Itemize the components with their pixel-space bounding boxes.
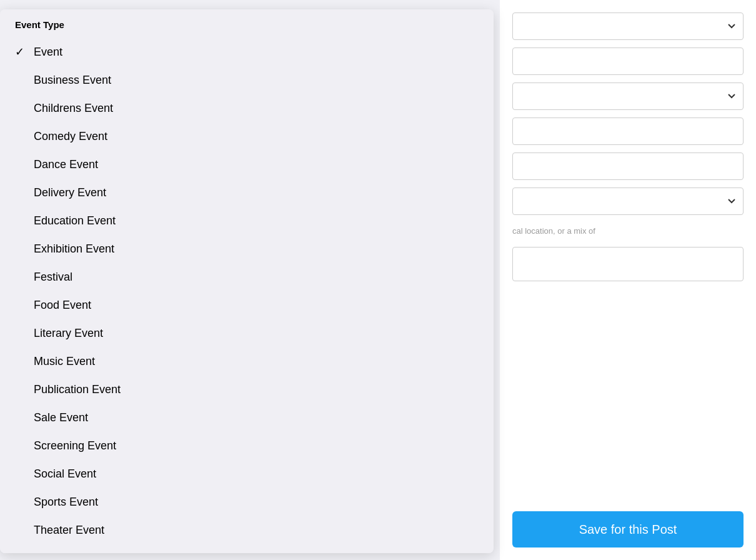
dropdown-item-label: Childrens Event — [34, 102, 113, 115]
event-type-select[interactable] — [512, 12, 744, 40]
checkmark-icon: ✓ — [15, 45, 27, 59]
select-2[interactable] — [512, 82, 744, 110]
location-hint: cal location, or a mix of — [512, 222, 744, 239]
location-textarea[interactable] — [512, 247, 744, 281]
dropdown-item-visual-arts-event[interactable]: Visual Arts Event — [0, 544, 494, 553]
dropdown-item-label: Music Event — [34, 355, 95, 368]
select-3[interactable] — [512, 188, 744, 215]
dropdown-item-sports-event[interactable]: Sports Event — [0, 488, 494, 516]
dropdown-item-label: Business Event — [34, 74, 111, 87]
dropdown-item-business-event[interactable]: Business Event — [0, 66, 494, 94]
dropdown-item-label: Social Event — [34, 468, 96, 481]
field-location — [512, 247, 744, 284]
text-input-1[interactable] — [512, 48, 744, 75]
dropdown-item-delivery-event[interactable]: Delivery Event — [0, 179, 494, 207]
dropdown-item-label: Literary Event — [34, 327, 103, 340]
dropdown-item-label: Food Event — [34, 299, 91, 312]
event-type-dropdown: Event Type ✓EventBusiness EventChildrens… — [0, 9, 494, 553]
field-input-2 — [512, 118, 744, 145]
dropdown-item-event[interactable]: ✓Event — [0, 38, 494, 66]
dropdown-item-childrens-event[interactable]: Childrens Event — [0, 94, 494, 122]
dropdown-item-label: Publication Event — [34, 383, 121, 396]
field-input-3 — [512, 152, 744, 180]
dropdown-item-education-event[interactable]: Education Event — [0, 207, 494, 235]
text-input-3[interactable] — [512, 152, 744, 180]
dropdown-item-screening-event[interactable]: Screening Event — [0, 432, 494, 460]
dropdown-item-label: Sale Event — [34, 411, 88, 424]
dropdown-item-comedy-event[interactable]: Comedy Event — [0, 122, 494, 151]
field-select-3 — [512, 188, 744, 215]
dropdown-item-label: Sports Event — [34, 496, 98, 509]
dropdown-item-food-event[interactable]: Food Event — [0, 291, 494, 319]
dropdown-item-label: Dance Event — [34, 158, 98, 171]
dropdown-item-label: Festival — [34, 271, 72, 284]
dropdown-item-literary-event[interactable]: Literary Event — [0, 319, 494, 348]
dropdown-item-dance-event[interactable]: Dance Event — [0, 151, 494, 179]
dropdown-item-music-event[interactable]: Music Event — [0, 348, 494, 376]
dropdown-item-sale-event[interactable]: Sale Event — [0, 404, 494, 432]
dropdown-item-label: Visual Arts Event — [34, 552, 119, 553]
dropdown-item-theater-event[interactable]: Theater Event — [0, 516, 494, 544]
dropdown-item-label: Delivery Event — [34, 186, 106, 199]
dropdown-item-exhibition-event[interactable]: Exhibition Event — [0, 235, 494, 263]
field-select-1 — [512, 12, 744, 40]
dropdown-item-label: Exhibition Event — [34, 242, 114, 256]
dropdown-item-festival[interactable]: Festival — [0, 263, 494, 291]
dropdown-item-label: Screening Event — [34, 439, 116, 452]
dropdown-item-label: Theater Event — [34, 524, 104, 537]
dropdown-item-social-event[interactable]: Social Event — [0, 460, 494, 488]
dropdown-item-label: Education Event — [34, 214, 116, 228]
dropdown-list: ✓EventBusiness EventChildrens EventComed… — [0, 38, 494, 553]
field-input-1 — [512, 48, 744, 75]
text-input-2[interactable] — [512, 118, 744, 145]
dropdown-item-label: Comedy Event — [34, 130, 107, 143]
page-container: Event Type ✓EventBusiness EventChildrens… — [0, 0, 756, 560]
dropdown-header: Event Type — [0, 14, 494, 38]
dropdown-item-publication-event[interactable]: Publication Event — [0, 376, 494, 404]
dropdown-item-label: Event — [34, 46, 62, 59]
right-panel: cal location, or a mix of Save for this … — [500, 0, 756, 560]
field-select-2 — [512, 82, 744, 110]
save-for-post-button[interactable]: Save for this Post — [512, 511, 744, 548]
